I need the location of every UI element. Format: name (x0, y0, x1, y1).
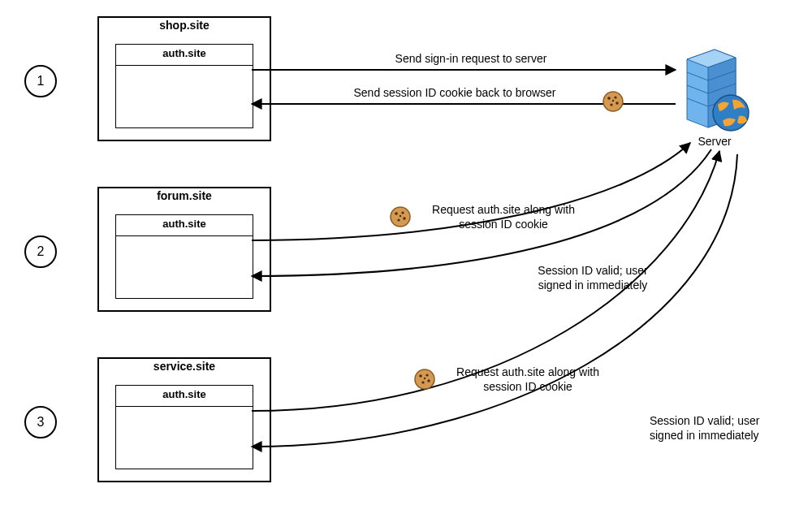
browser-frame-forum: forum.site auth.site (97, 187, 271, 312)
svg-point-27 (424, 378, 425, 379)
svg-point-15 (612, 100, 614, 102)
svg-point-11 (607, 97, 611, 100)
svg-point-24 (425, 374, 428, 376)
label-step3-response: Session ID valid; user signed in immedia… (650, 414, 812, 443)
iframe-auth-3: auth.site (115, 385, 253, 469)
iframe-auth-1: auth.site (115, 44, 253, 128)
diagram-canvas: 1 2 3 shop.site auth.site forum.site aut… (0, 0, 812, 514)
cookie-icon (390, 206, 411, 227)
iframe-title-auth-1: auth.site (116, 45, 253, 66)
svg-point-12 (614, 96, 616, 98)
iframe-auth-2: auth.site (115, 214, 253, 299)
cookie-icon (414, 369, 435, 390)
arrow-step3-response (252, 154, 737, 447)
label-step3-request: Request auth.site along with session ID … (438, 365, 617, 394)
browser-frame-service: service.site auth.site (97, 357, 271, 482)
svg-point-17 (395, 212, 398, 215)
svg-point-9 (713, 95, 749, 131)
label-step1-response: Send session ID cookie back to browser (325, 86, 585, 101)
browser-frame-shop: shop.site auth.site (97, 16, 271, 141)
svg-point-18 (401, 211, 404, 214)
site-title-shop: shop.site (98, 17, 270, 37)
svg-point-13 (615, 102, 618, 104)
svg-point-20 (397, 218, 400, 221)
label-step2-response: Session ID valid; user signed in immedia… (512, 264, 674, 292)
site-title-forum: forum.site (98, 188, 270, 207)
step-circle-1: 1 (24, 65, 57, 97)
step-circle-2: 2 (24, 235, 57, 268)
iframe-title-auth-3: auth.site (116, 386, 253, 407)
iframe-title-auth-2: auth.site (116, 215, 253, 236)
step-circle-3: 3 (24, 406, 57, 438)
svg-point-26 (421, 381, 424, 383)
svg-point-25 (427, 379, 430, 382)
cookie-icon (603, 91, 624, 112)
svg-point-23 (419, 374, 422, 378)
label-step2-request: Request auth.site along with session ID … (414, 203, 593, 231)
site-title-service: service.site (98, 358, 270, 378)
server-label: Server (682, 135, 747, 148)
svg-point-21 (400, 215, 401, 217)
svg-point-19 (403, 217, 405, 219)
svg-point-14 (610, 103, 612, 106)
globe-icon (711, 93, 750, 135)
label-step1-request: Send sign-in request to server (349, 52, 593, 67)
